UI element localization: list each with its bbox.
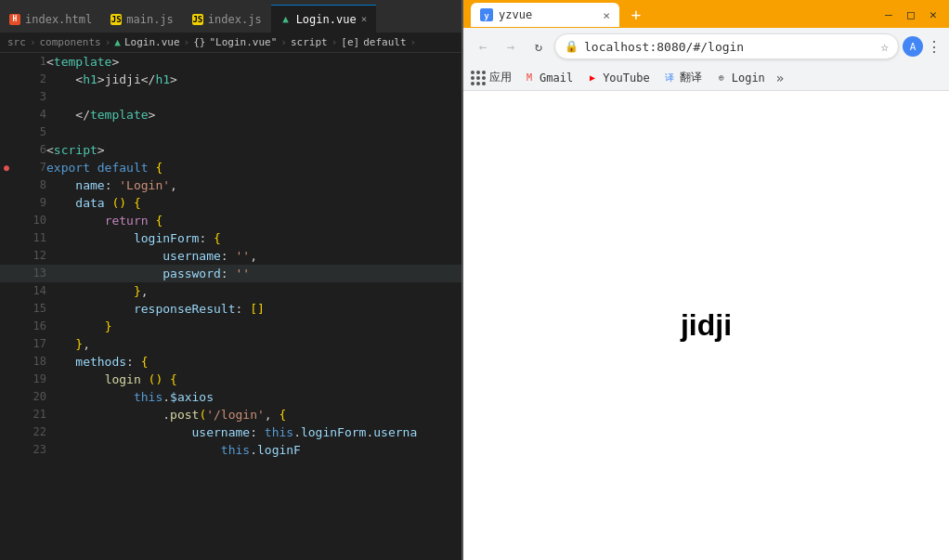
line-dot — [0, 247, 13, 265]
line-content[interactable]: this.loginF — [46, 441, 462, 459]
editor-panel: H index.html JS main.js JS index.js ▲ Lo… — [0, 0, 462, 560]
code-line-2: 2 <h1>jidji</h1> — [0, 71, 462, 88]
code-line-11: 11 loginForm: { — [0, 229, 462, 247]
bookmark-translate-label: 翻译 — [680, 70, 702, 85]
code-line-6: 6 <script> — [0, 141, 462, 159]
tab-title: yzvue — [499, 8, 597, 21]
bookmark-login[interactable]: ⊕ Login — [709, 70, 771, 86]
bookmarks-more-button[interactable]: » — [773, 69, 787, 87]
forward-button[interactable]: → — [499, 34, 523, 59]
line-dot — [0, 124, 13, 141]
bookmark-youtube[interactable]: ▶ YouTube — [580, 70, 656, 86]
tab-close-button[interactable]: × — [603, 8, 610, 22]
code-line-4: 4 </template> — [0, 106, 462, 124]
line-content[interactable]: export default { — [46, 159, 462, 176]
line-number: 1 — [13, 53, 46, 71]
refresh-button[interactable]: ↻ — [526, 34, 551, 59]
bookmark-star-icon: ☆ — [881, 39, 889, 54]
line-content[interactable]: username: this.loginForm.userna — [46, 423, 462, 441]
svg-text:y: y — [484, 11, 488, 20]
bookmark-translate[interactable]: 译 翻译 — [657, 68, 708, 87]
browser-tab-active[interactable]: y yzvue × — [471, 3, 619, 27]
line-dot — [0, 229, 13, 247]
line-dot — [0, 371, 13, 388]
line-number: 14 — [13, 282, 46, 300]
js-icon: JS — [110, 14, 122, 25]
line-number: 15 — [13, 300, 46, 318]
line-content[interactable]: <template> — [46, 53, 462, 71]
minimize-button[interactable]: — — [880, 6, 897, 22]
more-options-button[interactable]: ⋮ — [927, 38, 942, 56]
browser-panel: y yzvue × + — □ ✕ ← → ↻ 🔒 localhost:8080… — [462, 0, 949, 560]
line-dot — [0, 406, 13, 423]
code-line-21: 21 .post('/login', { — [0, 406, 462, 423]
line-content[interactable]: this.$axios — [46, 388, 462, 406]
tab-index-html[interactable]: H index.html — [0, 5, 101, 33]
bookmarks-bar: 应用 M Gmail ▶ YouTube 译 翻译 ⊕ Login » — [463, 65, 949, 91]
js-icon: JS — [192, 14, 203, 25]
line-content[interactable] — [46, 124, 462, 141]
line-content[interactable]: }, — [46, 335, 462, 353]
code-line-23: 23 this.loginF — [0, 441, 462, 459]
browser-content: jidji — [463, 91, 949, 560]
line-content[interactable] — [46, 88, 462, 106]
line-content[interactable]: </template> — [46, 106, 462, 124]
login-icon: ⊕ — [715, 72, 728, 85]
line-number: 23 — [13, 441, 46, 459]
tab-index-js[interactable]: JS index.js — [183, 5, 271, 33]
code-line-19: 19 login () { — [0, 371, 462, 388]
line-content[interactable]: password: '' — [46, 265, 462, 282]
line-content[interactable]: } — [46, 318, 462, 335]
browser-tabs-area: y yzvue × + — [471, 1, 649, 27]
code-line-8: 8 name: 'Login', — [0, 176, 462, 194]
line-content[interactable]: <script> — [46, 141, 462, 159]
editor-tabs-bar: H index.html JS main.js JS index.js ▲ Lo… — [0, 0, 462, 33]
line-number: 8 — [13, 176, 46, 194]
code-lines: 1 <template> 2 <h1>jidji</h1> 3 — [0, 53, 462, 560]
line-dot — [0, 388, 13, 406]
line-number: 13 — [13, 265, 46, 282]
new-tab-button[interactable]: + — [623, 1, 649, 27]
line-content[interactable]: methods: { — [46, 353, 462, 371]
line-content[interactable]: responseResult: [] — [46, 300, 462, 318]
maximize-button[interactable]: □ — [903, 6, 919, 22]
line-number: 9 — [13, 194, 46, 212]
line-dot — [0, 265, 13, 282]
line-content[interactable]: .post('/login', { — [46, 406, 462, 423]
close-window-button[interactable]: ✕ — [925, 6, 942, 22]
line-content[interactable]: return { — [46, 212, 462, 229]
profile-avatar[interactable]: A — [903, 36, 923, 57]
line-dot — [0, 318, 13, 335]
line-number: 12 — [13, 247, 46, 265]
line-content[interactable]: login () { — [46, 371, 462, 388]
code-line-5: 5 — [0, 124, 462, 141]
tab-favicon: y — [480, 8, 493, 21]
back-button[interactable]: ← — [471, 34, 495, 59]
line-content[interactable]: <h1>jidji</h1> — [46, 71, 462, 88]
line-dot — [0, 423, 13, 441]
line-number: 20 — [13, 388, 46, 406]
tab-login-vue[interactable]: ▲ Login.vue × — [271, 5, 377, 33]
line-content[interactable]: data () { — [46, 194, 462, 212]
code-line-17: 17 }, — [0, 335, 462, 353]
apps-button[interactable]: 应用 — [471, 70, 512, 85]
code-line-10: 10 return { — [0, 212, 462, 229]
tab-label: main.js — [126, 13, 174, 26]
url-bar[interactable]: 🔒 localhost:8080/#/login ☆ — [554, 33, 899, 59]
youtube-icon: ▶ — [586, 72, 599, 85]
bookmark-gmail[interactable]: M Gmail — [517, 70, 578, 86]
line-content[interactable]: name: 'Login', — [46, 176, 462, 194]
code-line-18: 18 methods: { — [0, 353, 462, 371]
line-dot — [0, 71, 13, 88]
line-content[interactable]: }, — [46, 282, 462, 300]
line-content[interactable]: loginForm: { — [46, 229, 462, 247]
bookmark-youtube-label: YouTube — [603, 72, 650, 85]
code-line-7: ● 7 export default { — [0, 159, 462, 176]
line-content[interactable]: username: '', — [46, 247, 462, 265]
line-number: 7 — [13, 159, 46, 176]
html-icon: H — [9, 14, 20, 25]
tab-close-button[interactable]: × — [361, 13, 368, 25]
line-dot — [0, 88, 13, 106]
code-line-22: 22 username: this.loginForm.userna — [0, 423, 462, 441]
tab-main-js[interactable]: JS main.js — [101, 5, 183, 33]
